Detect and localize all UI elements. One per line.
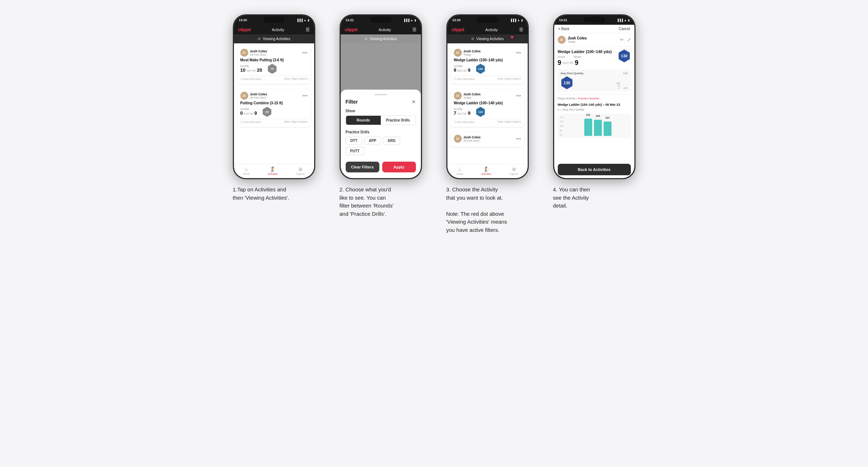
- card-stats-3-1: Score 9 OUT OF 9 130: [454, 64, 521, 74]
- tag-app[interactable]: APP: [364, 137, 381, 145]
- caption-4: 4. You can thensee the Activitydetail.: [553, 186, 636, 210]
- footer-left-3-2: ⓘ Test Information: [454, 120, 475, 124]
- tag-ott[interactable]: OTT: [346, 137, 362, 145]
- more-icon-3-1[interactable]: •••: [516, 50, 521, 55]
- nav-home-3[interactable]: ⌂ Home: [456, 166, 463, 175]
- bar-chart: 100 50 0: [576, 82, 622, 89]
- status-time-1: 13:20: [239, 18, 247, 22]
- filter-close-icon[interactable]: ✕: [412, 99, 416, 105]
- filter-actions: Clear Filters Apply: [346, 162, 416, 172]
- main-stat-block: Wedge Ladder (100–140 yds) Score Shots 9…: [558, 49, 631, 67]
- modal-overlay: Filter ✕ Show Rounds Practice Drills Pra…: [341, 43, 421, 178]
- expand-icon[interactable]: ⤢: [627, 37, 631, 42]
- home-icon-1: ⌂: [245, 166, 248, 172]
- nav-activities-1[interactable]: 🏌 Activities: [268, 166, 278, 175]
- status-bar-3: 13:20 ▐▐▐ ▲ ▮: [447, 15, 528, 25]
- avatar-1-1: JC: [240, 49, 248, 57]
- activity-card-3-1[interactable]: JC Josh Coles Today ••• Wedge Ladder (10…: [451, 46, 524, 84]
- card-user-3-2: JC Josh Coles Today: [454, 92, 481, 100]
- card-user-3-3: JC Josh Coles 28 Feb 2023: [454, 135, 481, 143]
- hamburger-icon-1[interactable]: ☰: [306, 27, 310, 32]
- outof-1-2: OUT OF: [244, 113, 253, 115]
- bottom-nav-1: ⌂ Home 🏌 Activities ⊕ Capture: [234, 164, 314, 178]
- red-dot-3: [511, 36, 513, 38]
- sub-drill-title: Wedge Ladder (100–140 yds) – 06 Mar 23: [558, 103, 631, 106]
- caption-2: 2. Choose what you'dlike to see. You can…: [340, 186, 422, 218]
- drag-handle: [374, 94, 387, 95]
- back-to-activities-btn[interactable]: Back to Activities: [558, 164, 631, 175]
- user-date-1-1: 28 Feb 2023: [250, 53, 267, 56]
- score-label-3-2: Score: [454, 108, 471, 110]
- detail-avatar: JC: [558, 36, 566, 44]
- card-user-1-2: JC Josh Coles 28 Feb 2023: [240, 92, 267, 100]
- cancel-btn[interactable]: Cancel: [619, 27, 630, 31]
- activities-icon-3: 🏌: [483, 166, 489, 172]
- outof-1-1: OUT OF: [246, 70, 256, 72]
- activity-card-1-2[interactable]: JC Josh Coles 28 Feb 2023 ••• Putting Co…: [238, 89, 311, 127]
- tag-arg[interactable]: ARG: [383, 137, 400, 145]
- status-time-2: 13:21: [346, 18, 354, 22]
- more-icon-3-3[interactable]: •••: [516, 136, 521, 141]
- activity-card-3-3[interactable]: JC Josh Coles 28 Feb 2023 •••: [451, 132, 524, 147]
- wifi-icon: ▲: [304, 19, 307, 22]
- more-icon-3-2[interactable]: •••: [516, 93, 521, 98]
- footer-left-3-1: ⓘ Test Information: [454, 77, 475, 81]
- viewing-banner-1[interactable]: ⚙ Viewing Activities: [234, 34, 314, 43]
- hamburger-icon-2[interactable]: ☰: [412, 27, 417, 32]
- nav-home-1[interactable]: ⌂ Home: [243, 166, 250, 175]
- status-icons-4: ▐▐▐ ▲ ▮: [617, 19, 629, 22]
- clear-filters-btn[interactable]: Clear Filters: [346, 162, 379, 172]
- detail-shots: 9: [575, 59, 579, 67]
- edit-icon[interactable]: ✏: [620, 37, 624, 42]
- filter-tags-row: OTT APP ARG PUTT: [346, 137, 416, 155]
- hamburger-icon-3[interactable]: ☰: [519, 27, 523, 32]
- drill-name-1-2: Putting Combine (3-15 ft): [240, 101, 308, 105]
- signal-icon: ▐▐▐: [297, 19, 303, 22]
- battery-icon-4: ▮: [628, 19, 629, 22]
- nav-capture-1[interactable]: ⊕ Capture: [296, 166, 305, 175]
- user-date-3-2: Today: [464, 96, 481, 99]
- notch-1: [263, 17, 285, 23]
- practice-drills-btn[interactable]: Practice Drills: [381, 116, 416, 125]
- activity-card-1-1[interactable]: JC Josh Coles 28 Feb 2023 ••• Must Make …: [238, 46, 311, 84]
- more-icon-1-2[interactable]: •••: [302, 93, 308, 98]
- notch-3: [477, 17, 498, 23]
- bar-chart-section: 140 120 100 80 60 132: [558, 114, 631, 138]
- activities-icon-1: 🏌: [270, 166, 276, 172]
- tag-putt[interactable]: PUTT: [346, 147, 364, 155]
- phone-1: 13:20 ▐▐▐ ▲ ▮ clippd Activity ☰ ⚙: [233, 14, 315, 179]
- viewing-activities-label-2: Viewing Activities: [370, 37, 397, 41]
- status-icons-2: ▐▐▐ ▲ ▮: [403, 19, 416, 22]
- activity-card-3-2[interactable]: JC Josh Coles Today ••• Wedge Ladder (10…: [451, 89, 524, 127]
- nav-activities-3[interactable]: 🏌 Activities: [481, 166, 491, 175]
- user-name-1-2: Josh Coles: [250, 92, 267, 96]
- outof-3-1: OUT OF: [457, 70, 467, 72]
- phone-col-4: 13:21 ▐▐▐ ▲ ▮ < Back Cancel JC: [546, 14, 643, 210]
- battery-icon-2: ▮: [414, 19, 416, 22]
- app-logo-1: clippd: [238, 27, 251, 32]
- rounds-btn[interactable]: Rounds: [346, 116, 381, 125]
- more-icon-1-1[interactable]: •••: [302, 50, 308, 55]
- back-btn[interactable]: < Back: [558, 27, 570, 31]
- app-title-1: Activity: [272, 28, 284, 32]
- battery-icon-3: ▮: [521, 19, 523, 22]
- nav-capture-3[interactable]: ⊕ Capture: [509, 166, 518, 175]
- card-footer-1-2: ⓘ Test Information Data: Clippd Capture: [240, 119, 308, 124]
- session-info: Player Activity • Practice Session: [558, 94, 631, 100]
- status-bar-2: 13:21 ▐▐▐ ▲ ▮: [341, 15, 421, 25]
- detail-user-date: Today: [568, 40, 587, 43]
- footer-right-1-1: Data: Clippd Capture: [284, 77, 307, 81]
- apply-btn[interactable]: Apply: [382, 162, 416, 172]
- filter-sheet: Filter ✕ Show Rounds Practice Drills Pra…: [341, 90, 421, 178]
- practice-session-link[interactable]: Practice Session: [578, 97, 600, 100]
- capture-icon-3: ⊕: [512, 166, 516, 172]
- capture-icon-1: ⊕: [298, 166, 303, 172]
- viewing-banner-3[interactable]: ⚙ Viewing Activities: [447, 34, 528, 43]
- drill-name-1-1: Must Make Putting (3-6 ft): [240, 58, 308, 62]
- show-label: Show: [346, 109, 416, 113]
- app-logo-2: clippd: [345, 27, 358, 32]
- filter-header: Filter ✕: [346, 99, 416, 105]
- bar-2: 129: [594, 120, 602, 136]
- card-stats-1-1: Score 10 OUT OF 20 75: [240, 64, 308, 74]
- status-icons-3: ▐▐▐ ▲ ▮: [510, 19, 523, 22]
